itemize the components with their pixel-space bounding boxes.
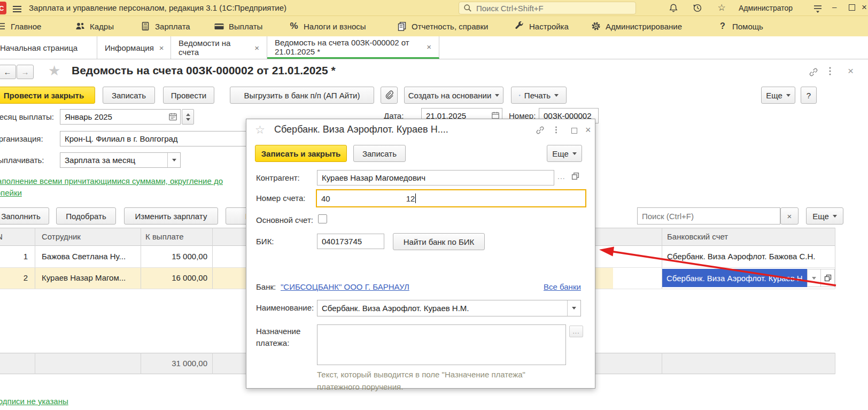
chevron-down-icon xyxy=(833,215,837,218)
cell-open-button[interactable] xyxy=(821,269,835,287)
bank-account-cell-editing[interactable]: Сбербанк. Виза Аэрофлот. Кураев Н.М xyxy=(662,269,807,287)
post-button[interactable]: Провести xyxy=(163,87,214,104)
close-document-icon[interactable]: × xyxy=(848,65,854,77)
global-search-input[interactable] xyxy=(476,4,632,13)
column-header-employee[interactable]: Сотрудник xyxy=(42,232,81,241)
change-salary-button[interactable]: Изменить зарплату xyxy=(124,207,218,225)
nav-back-button[interactable]: ← xyxy=(0,65,16,79)
clear-search-button[interactable]: × xyxy=(780,207,799,225)
cell-dropdown-button[interactable] xyxy=(807,269,821,287)
table-search-input[interactable] xyxy=(642,212,776,221)
tab-home[interactable]: Начальная страница xyxy=(0,36,97,59)
menu-item-main[interactable]: Главное xyxy=(0,16,41,36)
employee-cell[interactable]: Кураев Назар Магом... xyxy=(42,273,138,282)
month-field[interactable]: Январь 2025 xyxy=(60,109,181,125)
help-button[interactable]: ? xyxy=(801,87,817,104)
row-number-cell[interactable]: 1 xyxy=(0,252,28,261)
history-clock-icon[interactable] xyxy=(692,3,703,13)
find-bank-button[interactable]: Найти банк по БИК xyxy=(393,233,485,250)
fill-button[interactable]: Заполнить xyxy=(0,207,49,225)
purpose-textarea[interactable] xyxy=(317,324,566,365)
menu-item-administration[interactable]: Администрирование xyxy=(591,16,682,36)
menu-item-reports[interactable]: Отчетность, справки xyxy=(397,16,488,36)
menu-item-payments[interactable]: Выплаты xyxy=(214,16,262,36)
tab-statement-document[interactable]: Ведомость на счета 00ЗК-000002 от 21.01.… xyxy=(267,36,439,59)
menu-item-hr[interactable]: Кадры xyxy=(75,16,114,36)
tab-close-icon[interactable]: × xyxy=(427,42,431,51)
all-banks-link[interactable]: Все банки xyxy=(544,282,581,291)
save-button[interactable]: Записать xyxy=(103,87,155,104)
amount-cell[interactable]: 16 000,00 xyxy=(134,273,207,282)
menu-item-salary[interactable]: Зарплата xyxy=(140,16,190,36)
tab-close-icon[interactable]: × xyxy=(159,43,164,52)
button-label: Еще xyxy=(552,149,569,158)
menu-label: Помощь xyxy=(732,22,763,31)
post-and-close-button[interactable]: Провести и закрыть xyxy=(0,87,95,104)
minimize-icon[interactable]: – xyxy=(832,2,836,11)
dialog-save-close-button[interactable]: Записать и закрыть xyxy=(255,145,347,162)
combo-dropdown-button[interactable] xyxy=(567,300,580,316)
dialog-maximize-icon[interactable] xyxy=(571,128,577,134)
print-button[interactable]: Печать xyxy=(511,87,567,104)
bik-value: 040173745 xyxy=(322,237,362,246)
upload-to-bank-button[interactable]: Выгрузить в банк п/п (АП Айти) xyxy=(230,87,374,104)
counterparty-ellipsis-button[interactable]: ... xyxy=(557,172,565,181)
dialog-favorite-star-icon[interactable]: ☆ xyxy=(255,123,265,136)
purpose-ellipsis-button[interactable]: ... xyxy=(569,326,583,337)
table-more-button[interactable]: Еще xyxy=(806,207,843,225)
pick-button[interactable]: Подобрать xyxy=(56,207,116,225)
dialog-link-icon[interactable] xyxy=(535,125,545,135)
combo-dropdown-button[interactable] xyxy=(167,153,180,167)
main-account-checkbox[interactable] xyxy=(318,214,327,223)
fill-amounts-link[interactable]: Заполнение всеми причитающимися суммами,… xyxy=(0,175,234,199)
pay-type-combo[interactable]: Зарплата за месяц xyxy=(60,152,181,168)
bank-account-cell[interactable]: Сбербанк. Виза Аэрофлот. Бажова С.Н. xyxy=(667,252,827,261)
get-link-icon[interactable] xyxy=(808,67,819,78)
account-number-field-focused[interactable]: 40 12 xyxy=(316,189,586,207)
current-user-label[interactable]: Администратор xyxy=(739,4,793,12)
menu-item-help[interactable]: ? Помощь xyxy=(717,16,763,36)
menu-item-taxes[interactable]: % Налоги и взносы xyxy=(289,16,366,36)
calendar-icon[interactable] xyxy=(168,112,177,121)
amount-cell[interactable]: 15 000,00 xyxy=(134,252,207,261)
menu-item-settings[interactable]: Настройка xyxy=(514,16,569,36)
maximize-icon[interactable] xyxy=(849,4,855,11)
attachments-button[interactable] xyxy=(381,87,398,104)
counterparty-open-button[interactable] xyxy=(571,172,579,180)
global-search[interactable] xyxy=(459,2,636,14)
month-stepper[interactable] xyxy=(182,109,194,125)
more-dots-icon[interactable] xyxy=(828,66,832,76)
chevron-down-icon xyxy=(172,159,176,161)
column-header-amount[interactable]: К выплате xyxy=(145,232,184,241)
hamburger-menu-icon[interactable] xyxy=(13,4,21,14)
tab-statements-list[interactable]: Ведомости на счета× xyxy=(171,36,267,59)
tab-information[interactable]: Информация× xyxy=(97,36,171,59)
counterparty-field[interactable]: Кураев Назар Магомедович xyxy=(317,170,554,185)
menu-label: Зарплата xyxy=(155,22,190,31)
stepper-down-icon[interactable] xyxy=(186,118,190,121)
tab-close-icon[interactable]: × xyxy=(254,43,259,52)
stepper-up-icon[interactable] xyxy=(186,113,190,116)
close-window-icon[interactable]: × xyxy=(862,2,867,13)
name-combo[interactable]: Сбербанк. Виза Аэрофлот. Кураев Н.М. xyxy=(317,300,581,316)
column-header-n[interactable]: N xyxy=(0,232,3,241)
column-header-bank-account[interactable]: Банковский счет xyxy=(667,232,728,241)
service-menu-icon[interactable] xyxy=(812,3,823,14)
table-search-field[interactable] xyxy=(637,207,780,225)
bik-field[interactable]: 040173745 xyxy=(317,234,384,249)
notifications-bell-icon[interactable] xyxy=(668,3,679,13)
favorites-star-icon[interactable]: ☆ xyxy=(716,2,727,13)
bank-link[interactable]: "СИБСОЦБАНК" ООО Г. БАРНАУЛ xyxy=(281,282,409,291)
dialog-more-dots-icon[interactable] xyxy=(555,125,557,135)
document-more-button[interactable]: Еще xyxy=(761,87,795,104)
nav-forward-button[interactable]: → xyxy=(17,65,34,79)
create-on-base-button[interactable]: Создать на основании xyxy=(404,87,503,104)
signatures-link[interactable]: Подписи не указаны xyxy=(0,397,68,406)
favorite-star-icon[interactable]: ★ xyxy=(48,63,60,79)
employee-cell[interactable]: Бажова Светлана Ну... xyxy=(42,252,138,261)
row-number-cell[interactable]: 2 xyxy=(0,273,28,282)
chevron-down-icon xyxy=(572,152,577,155)
dialog-close-icon[interactable]: × xyxy=(585,125,591,136)
dialog-more-button[interactable]: Еще xyxy=(547,145,582,162)
dialog-save-button[interactable]: Записать xyxy=(353,145,406,162)
